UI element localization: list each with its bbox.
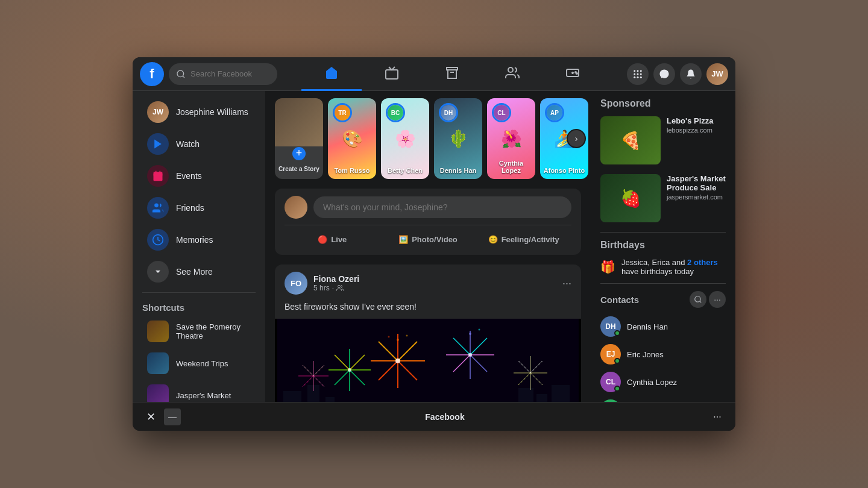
messenger-button[interactable] — [653, 63, 675, 85]
shortcut-trips[interactable]: Weekend Trips — [137, 348, 260, 379]
shortcut-theatre-thumb — [147, 321, 169, 342]
sidebar-item-events[interactable]: Events — [137, 160, 260, 192]
ad-lebo-thumb: 🍕 — [600, 116, 661, 164]
stories-next-button[interactable]: › — [567, 129, 586, 148]
birthdays-section: Birthdays 🎁 Jessica, Erica and 2 others … — [600, 240, 726, 276]
svg-point-3 — [508, 67, 513, 72]
notifications-button[interactable] — [680, 63, 702, 85]
nav-tab-watch[interactable] — [362, 57, 422, 91]
svg-point-81 — [479, 329, 480, 331]
contacts-more-button[interactable]: ··· — [709, 291, 726, 308]
svg-point-23 — [154, 204, 159, 208]
sidebar-item-watch[interactable]: Watch — [137, 128, 260, 160]
contact-eric[interactable]: EJ Eric Jones — [600, 340, 726, 368]
post-input[interactable] — [313, 196, 571, 218]
svg-rect-2 — [386, 70, 398, 79]
sidebar-watch-label: Watch — [176, 139, 200, 149]
birthday-icon: 🎁 — [600, 260, 615, 274]
user-avatar-button[interactable]: JW — [706, 63, 728, 85]
nav-tab-marketplace[interactable] — [422, 57, 482, 91]
birthday-others[interactable]: 2 others — [687, 258, 718, 267]
svg-marker-18 — [154, 140, 162, 149]
story-tom[interactable]: TR 🎨 Tom Russo — [328, 98, 376, 179]
svg-point-42 — [395, 358, 400, 363]
photo-icon: 🖼️ — [398, 235, 408, 244]
svg-line-1 — [183, 76, 184, 78]
nav-tab-groups[interactable] — [482, 57, 542, 91]
contact-cynthia[interactable]: CL Cynthia Lopez — [600, 368, 726, 396]
svg-point-9 — [634, 70, 635, 72]
contact-betty[interactable]: BC Betty Chen — [600, 396, 726, 402]
post-menu-button[interactable]: ··· — [562, 277, 571, 290]
story-cynthia[interactable]: CL 🌺 Cynthia Lopez — [487, 98, 535, 179]
composer-photo-button[interactable]: 🖼️ Photo/Video — [380, 231, 476, 248]
nav-tab-gaming[interactable] — [542, 57, 603, 91]
story-betty[interactable]: BC 🌸 Betty Chen — [381, 98, 429, 179]
search-icon — [176, 69, 186, 79]
contact-cynthia-avatar: CL — [600, 372, 621, 392]
sidebar-divider-1 — [142, 292, 256, 293]
svg-point-78 — [406, 335, 408, 337]
ad-produce-img: 🍓 — [600, 174, 661, 222]
shortcut-theatre[interactable]: Save the Pomeroy Theatre — [137, 316, 260, 347]
shortcut-market-label: Jasper's Market — [176, 391, 231, 400]
sidebar-item-memories[interactable]: Memories — [137, 224, 260, 255]
apps-button[interactable] — [627, 63, 649, 85]
contact-dennis[interactable]: DH Dennis Han — [600, 313, 726, 340]
profile-avatar: JW — [147, 101, 169, 123]
search-input[interactable] — [190, 69, 263, 78]
create-story-plus: + — [291, 145, 307, 162]
composer-feeling-button[interactable]: 😊 Feeling/Activity — [476, 231, 571, 248]
sidebar-item-friends[interactable]: Friends — [137, 192, 260, 224]
contacts-more-icon: ··· — [714, 295, 721, 304]
svg-point-10 — [637, 70, 639, 72]
sidebar-events-label: Events — [176, 171, 202, 181]
sidebar-see-more-label: See More — [176, 267, 213, 277]
story-tom-avatar: TR — [333, 103, 352, 122]
composer-live-button[interactable]: 🔴 Live — [285, 231, 380, 248]
svg-rect-19 — [154, 172, 163, 181]
online-indicator — [614, 330, 620, 336]
ad-jasper-info: Jasper's Market Produce Sale jaspersmark… — [667, 174, 726, 222]
bottom-bar: ✕ — Facebook ··· — [133, 402, 735, 431]
contact-dennis-name: Dennis Han — [627, 322, 668, 331]
contacts-title: Contacts — [600, 295, 690, 305]
nav-tab-home[interactable] — [301, 57, 362, 91]
svg-point-12 — [634, 73, 635, 75]
contacts-search-button[interactable] — [690, 291, 706, 308]
story-tom-label: Tom Russo — [328, 167, 376, 174]
post-time: 5 hrs · — [313, 284, 556, 292]
ad-lebo[interactable]: 🍕 Lebo's Pizza lebospizza.com — [600, 116, 726, 164]
sidebar-see-more[interactable]: See More — [137, 256, 260, 287]
svg-point-82 — [695, 296, 700, 302]
post-author-avatar: FO — [285, 272, 307, 295]
story-dennis-label: Dennis Han — [434, 167, 482, 174]
search-box[interactable] — [169, 63, 277, 85]
apps-icon — [632, 69, 643, 80]
sidebar-profile[interactable]: JW Josephine Williams — [137, 96, 260, 128]
shortcut-market[interactable]: Jasper's Market — [137, 380, 260, 402]
window-title: Facebook — [181, 412, 709, 422]
facebook-logo[interactable]: f — [140, 62, 164, 86]
right-panel: Sponsored 🍕 Lebo's Pizza lebospizza.com — [591, 91, 735, 402]
close-button[interactable]: ✕ — [142, 408, 159, 425]
stories-row: + Create a Story TR 🎨 Tom Russo — [275, 98, 581, 179]
svg-point-79 — [388, 336, 390, 338]
post-privacy-icon: · — [332, 284, 334, 292]
contact-dennis-avatar: DH — [600, 316, 621, 337]
contact-cynthia-name: Cynthia Lopez — [627, 378, 677, 387]
story-dennis[interactable]: DH 🌵 Dennis Han — [434, 98, 482, 179]
create-story-card[interactable]: + Create a Story — [275, 98, 323, 179]
minimize-button[interactable]: — — [164, 408, 181, 425]
bell-icon — [685, 69, 696, 80]
svg-point-80 — [469, 333, 471, 335]
svg-point-51 — [348, 368, 351, 372]
divider-birthdays — [600, 232, 726, 233]
ad-jasper[interactable]: 🍓 Jasper's Market Produce Sale jaspersma… — [600, 174, 726, 222]
sidebar-profile-name: Josephine Williams — [176, 107, 248, 117]
more-options-button[interactable]: ··· — [709, 408, 726, 425]
post-card: FO Fiona Ozeri 5 hrs · ··· Best firework… — [275, 264, 581, 402]
memories-icon — [147, 229, 169, 251]
feed: + Create a Story TR 🎨 Tom Russo — [265, 91, 591, 402]
svg-point-15 — [634, 76, 635, 78]
